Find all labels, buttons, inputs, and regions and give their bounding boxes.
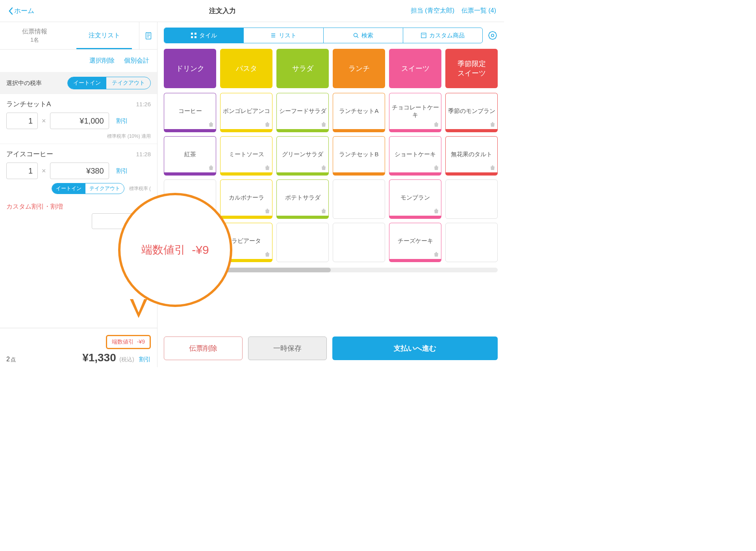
seg-label: 検索 [361, 32, 373, 39]
total-discount[interactable]: 割引 [139, 356, 151, 362]
svg-point-7 [489, 31, 497, 39]
product-tile[interactable]: ショートケーキ [389, 136, 441, 176]
bag-icon [264, 208, 271, 214]
product-tile[interactable]: ランチセットB [333, 136, 385, 176]
callout-label: 端数値引 [141, 242, 185, 257]
delete-slip-button[interactable]: 伝票削除 [164, 337, 243, 360]
total-amount: ¥1,330 [82, 351, 116, 364]
product-tile [333, 223, 385, 262]
product-tile[interactable]: コーヒー [164, 93, 216, 132]
grid-icon [191, 32, 197, 39]
delete-selected[interactable]: 選択削除 [89, 57, 115, 65]
product-tile[interactable]: ミートソース [220, 136, 272, 176]
price-input[interactable]: ¥1,000 [50, 113, 109, 129]
callout-tail [130, 299, 147, 318]
slip-list-link[interactable]: 伝票一覧 (4) [461, 7, 496, 15]
seg-tile[interactable]: タイル [164, 28, 244, 43]
hold-button[interactable]: 一時保存 [248, 337, 327, 360]
order-item: ランチセットA 11:26 1 × ¥1,000 割引 標準税率 (10%) 適… [0, 94, 157, 144]
seg-label: タイル [199, 32, 217, 39]
bag-icon [433, 208, 439, 214]
bag-icon [321, 165, 327, 171]
tab-label: 伝票情報 [22, 28, 47, 36]
tab-order-list[interactable]: 注文リスト [70, 22, 139, 49]
callout-bubble: 端数値引 -¥9 [118, 193, 232, 307]
bag-icon [433, 121, 439, 128]
seg-search[interactable]: 検索 [324, 28, 403, 43]
svg-point-5 [354, 33, 358, 37]
bag-icon [208, 165, 214, 171]
individual-checkout[interactable]: 個別会計 [124, 57, 149, 65]
bag-icon [264, 121, 271, 128]
qty-input[interactable]: 1 [6, 113, 38, 129]
product-tile[interactable]: チョコレートケーキ [389, 93, 441, 132]
product-tile[interactable]: ポテトサラダ [276, 179, 329, 219]
qty-input[interactable]: 1 [6, 163, 38, 179]
chevron-left-icon [8, 7, 13, 15]
pay-button[interactable]: 支払いへ進む [332, 337, 498, 360]
gear-icon [487, 30, 498, 41]
item-name: アイスコーヒー [6, 150, 53, 159]
bag-icon [489, 121, 496, 128]
bag-icon [321, 121, 327, 128]
view-segmented: タイル リスト 検索 カスタム商品 [164, 28, 483, 43]
tab-label: 注文リスト [89, 31, 120, 40]
rounding-label: 端数値引 [112, 338, 134, 346]
product-tile [445, 179, 498, 219]
cat-seasonal[interactable]: 季節限定 スイーツ [445, 49, 498, 88]
back-button[interactable]: ホーム [8, 6, 34, 15]
item-tax-note: 標準税率 ( [129, 185, 151, 192]
product-tile[interactable]: モンブラン [389, 179, 441, 219]
calc-icon [421, 32, 427, 39]
bag-icon [433, 165, 439, 171]
cat-drink[interactable]: ドリンク [164, 49, 216, 88]
tab-slip-info[interactable]: 伝票情報 1名 [0, 22, 70, 49]
receipt-icon [144, 31, 153, 40]
svg-rect-2 [195, 33, 196, 35]
product-tile[interactable]: カルボナーラ [220, 179, 272, 219]
callout-amount: -¥9 [192, 243, 209, 257]
item-discount[interactable]: 割引 [116, 167, 128, 175]
staff-link[interactable]: 担当 (青空太郎) [411, 7, 454, 15]
seg-custom[interactable]: カスタム商品 [403, 28, 482, 43]
product-tile[interactable]: 季節のモンブラン [445, 93, 498, 132]
svg-rect-1 [191, 33, 193, 35]
product-tile[interactable]: 無花果のタルト [445, 136, 498, 176]
rounding-amount: -¥9 [137, 338, 145, 346]
multiply-icon: × [42, 117, 46, 125]
price-input[interactable]: ¥380 [50, 163, 109, 179]
takeout-toggle[interactable]: テイクアウト [106, 77, 150, 89]
product-tile[interactable]: 紅茶 [164, 136, 216, 176]
product-tile [445, 223, 498, 262]
receipt-icon-button[interactable] [139, 22, 157, 49]
seg-list[interactable]: リスト [244, 28, 323, 43]
seg-label: カスタム商品 [429, 32, 465, 39]
item-tax-note: 標準税率 (10%) 適用 [107, 133, 151, 140]
cat-lunch[interactable]: ランチ [333, 49, 385, 88]
takeout-toggle[interactable]: テイクアウト [85, 183, 124, 194]
product-tile[interactable]: グリーンサラダ [276, 136, 329, 176]
order-item: アイスコーヒー 11:28 1 × ¥380 割引 イートイン テイクアウト 標… [0, 144, 157, 198]
cat-pasta[interactable]: パスタ [220, 49, 272, 88]
rounding-highlight: 端数値引 -¥9 [106, 335, 151, 349]
tax-rate-label: 選択中の税率 [6, 80, 42, 87]
bag-icon [321, 208, 327, 214]
product-tile[interactable]: シーフードサラダ [276, 93, 329, 132]
eatin-toggle[interactable]: イートイン [68, 77, 106, 89]
product-tile[interactable]: ランチセットA [333, 93, 385, 132]
item-tax-pill: イートイン テイクアウト [52, 183, 124, 194]
item-time: 11:28 [136, 151, 151, 157]
product-tile[interactable]: ボンゴレビアンコ [220, 93, 272, 132]
product-tile[interactable]: チーズケーキ [389, 223, 441, 262]
svg-rect-6 [421, 33, 426, 38]
item-name: ランチセットA [6, 100, 51, 109]
bag-icon [433, 251, 439, 257]
item-discount[interactable]: 割引 [116, 117, 128, 125]
eatin-toggle[interactable]: イートイン [52, 183, 85, 194]
seg-label: リスト [279, 32, 296, 39]
cat-salad[interactable]: サラダ [276, 49, 329, 88]
search-icon [353, 32, 359, 39]
settings-button[interactable] [487, 30, 498, 41]
back-label: ホーム [14, 6, 34, 15]
cat-sweets[interactable]: スイーツ [389, 49, 441, 88]
